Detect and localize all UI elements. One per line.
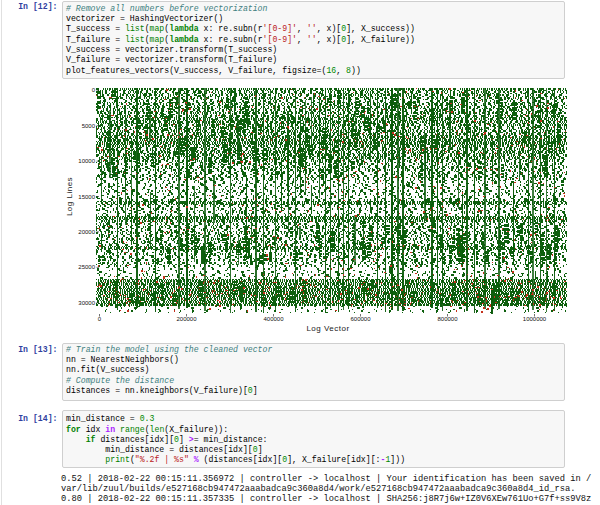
svg-text:200000: 200000: [176, 316, 197, 322]
svg-text:0: 0: [98, 316, 102, 322]
svg-text:Log Lines: Log Lines: [65, 177, 74, 216]
svg-text:15000: 15000: [78, 194, 95, 200]
svg-text:600000: 600000: [350, 316, 371, 322]
svg-text:800000: 800000: [437, 316, 458, 322]
svg-text:5000: 5000: [82, 123, 96, 129]
svg-text:30000: 30000: [78, 300, 95, 306]
svg-text:0: 0: [92, 87, 96, 93]
svg-text:20000: 20000: [78, 229, 95, 235]
svg-text:25000: 25000: [78, 264, 95, 270]
svg-text:10000: 10000: [78, 158, 95, 164]
svg-text:Log Vector: Log Vector: [306, 324, 349, 333]
svg-text:400000: 400000: [263, 316, 284, 322]
svg-text:1000000: 1000000: [523, 316, 547, 322]
